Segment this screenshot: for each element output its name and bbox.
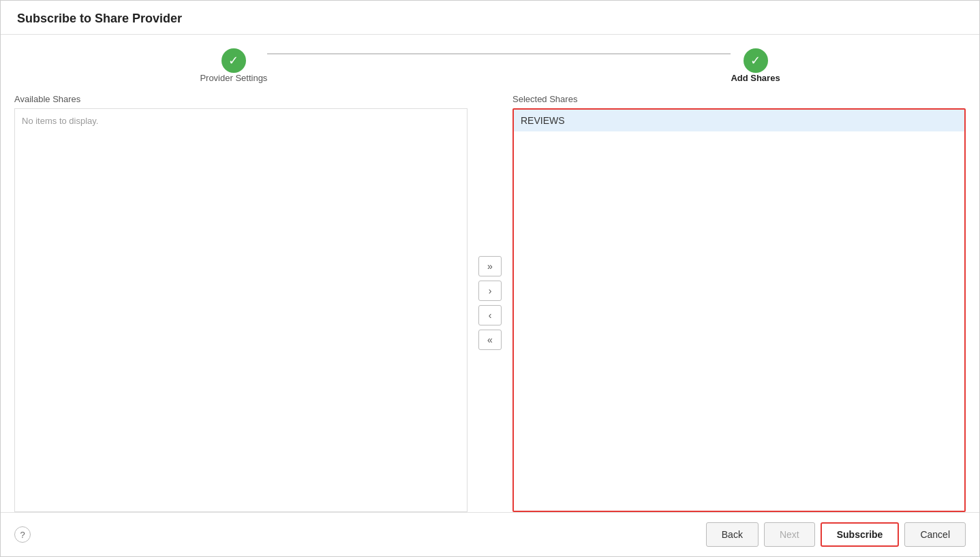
available-shares-content: No items to display. — [15, 109, 467, 511]
subscribe-dialog: Subscribe to Share Provider ✓ Provider S… — [0, 0, 980, 557]
back-button[interactable]: Back — [706, 522, 759, 547]
step-label-provider-settings: Provider Settings — [200, 73, 267, 83]
footer-left: ? — [14, 526, 31, 543]
subscribe-button[interactable]: Subscribe — [821, 522, 900, 547]
step-circle-provider-settings: ✓ — [221, 48, 246, 73]
add-all-button[interactable]: » — [478, 256, 502, 276]
add-one-button[interactable]: › — [478, 281, 502, 301]
shares-container: Available Shares No items to display. » … — [14, 94, 966, 512]
dialog-header: Subscribe to Share Provider — [1, 1, 979, 35]
selected-shares-content: REVIEWS — [514, 110, 964, 511]
transfer-buttons: » › ‹ « — [468, 94, 512, 512]
selected-shares-label: Selected Shares — [512, 94, 966, 108]
dialog-footer: ? Back Next Subscribe Cancel — [1, 512, 979, 556]
help-button[interactable]: ? — [14, 526, 31, 543]
step-add-shares: ✓ Add Shares — [731, 48, 780, 83]
available-shares-label: Available Shares — [14, 94, 468, 108]
available-shares-section: Available Shares No items to display. — [14, 94, 468, 512]
step-label-add-shares: Add Shares — [731, 73, 780, 83]
remove-one-button[interactable]: ‹ — [478, 305, 502, 325]
help-icon-label: ? — [20, 530, 25, 540]
selected-share-item-reviews[interactable]: REVIEWS — [514, 110, 964, 131]
step-circle-add-shares: ✓ — [744, 48, 768, 73]
next-button[interactable]: Next — [764, 522, 815, 547]
footer-right: Back Next Subscribe Cancel — [706, 522, 966, 547]
stepper-connector — [267, 53, 731, 54]
stepper: ✓ Provider Settings ✓ Add Shares — [1, 35, 979, 94]
selected-shares-panel-highlighted: REVIEWS — [512, 108, 966, 512]
remove-all-button[interactable]: « — [478, 330, 502, 350]
dialog-title: Subscribe to Share Provider — [17, 12, 182, 25]
dialog-body: Available Shares No items to display. » … — [1, 94, 979, 512]
step-provider-settings: ✓ Provider Settings — [200, 48, 267, 83]
cancel-button[interactable]: Cancel — [904, 522, 966, 547]
available-shares-panel: No items to display. — [14, 108, 468, 512]
selected-shares-section: Selected Shares REVIEWS — [512, 94, 966, 512]
available-shares-empty: No items to display. — [22, 116, 98, 126]
